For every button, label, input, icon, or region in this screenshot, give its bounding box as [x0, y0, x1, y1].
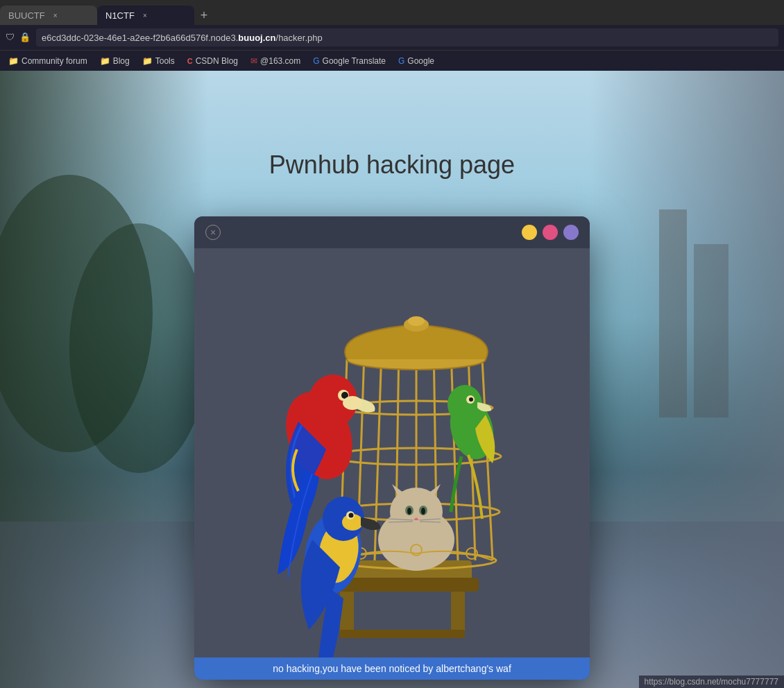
bookmark-label: Community forum	[22, 56, 87, 66]
lock-icon: 🔒	[19, 32, 31, 43]
svg-rect-7	[694, 244, 728, 418]
google-icon: G	[398, 56, 404, 66]
bookmark-google-translate[interactable]: G Google Translate	[307, 55, 391, 67]
tab-close-n1ctf[interactable]: ×	[140, 10, 150, 20]
svg-point-56	[349, 513, 354, 518]
svg-rect-8	[194, 248, 590, 657]
page-title: Pwnhub hacking page	[269, 150, 515, 180]
bookmark-label: Google Translate	[323, 56, 386, 66]
modal-window: ×	[194, 216, 590, 680]
bookmark-blog[interactable]: 📁 Blog	[94, 55, 135, 67]
window-control-yellow[interactable]	[522, 225, 537, 240]
folder-icon: 📁	[8, 56, 19, 66]
url-input[interactable]: e6cd3ddc-023e-46e1-a2ee-f2b6a66d576f.nod…	[36, 28, 778, 46]
security-icons: 🛡 🔒	[6, 32, 31, 43]
modal-window-controls	[522, 225, 579, 240]
bookmark-label: Blog	[113, 56, 130, 66]
svg-point-50	[343, 396, 362, 410]
mail-icon: ✉	[250, 56, 257, 66]
folder-icon: 📁	[100, 56, 110, 66]
svg-point-29	[408, 316, 425, 326]
tab-n1ctf[interactable]: N1CTF ×	[97, 6, 194, 25]
bookmark-label: @163.com	[260, 56, 300, 66]
svg-point-37	[421, 508, 425, 515]
bookmark-label: CSDN Blog	[196, 56, 238, 66]
modal-header: ×	[194, 216, 590, 248]
address-bar: 🛡 🔒 e6cd3ddc-023e-46e1-a2ee-f2b6a66d576f…	[0, 25, 784, 50]
page-content: Pwnhub hacking page ×	[0, 71, 784, 688]
svg-point-5	[69, 223, 208, 473]
url-suffix: /hacker.php	[276, 33, 323, 43]
svg-point-36	[407, 508, 411, 515]
svg-rect-6	[659, 209, 687, 418]
browser-chrome: BUUCTF × N1CTF × + 🛡 🔒 e6cd3ddc-023e-46e…	[0, 0, 784, 71]
shield-icon: 🛡	[6, 32, 17, 43]
status-bar: https://blog.csdn.net/mochu7777777	[639, 676, 784, 688]
tab-label: N1CTF	[105, 10, 135, 21]
tab-close-buuctf[interactable]: ×	[51, 10, 60, 20]
bookmark-tools[interactable]: 📁 Tools	[137, 55, 180, 67]
svg-rect-13	[340, 630, 465, 638]
svg-point-58	[448, 385, 482, 424]
bookmark-google[interactable]: G Google	[393, 55, 440, 67]
url-domain: buuoj.cn	[238, 33, 275, 43]
tab-label: BUUCTF	[8, 10, 45, 21]
csdn-icon: C	[187, 57, 193, 65]
url-prefix: e6cd3ddc-023e-46e1-a2ee-f2b6a66d576f.nod…	[42, 33, 238, 43]
bookmark-163mail[interactable]: ✉ @163.com	[245, 55, 306, 67]
modal-close-button[interactable]: ×	[205, 225, 221, 240]
window-control-purple[interactable]	[563, 225, 579, 240]
modal-image-area	[194, 248, 590, 657]
folder-icon: 📁	[142, 56, 153, 66]
modal-bottom-text: no hacking,you have been noticed by albe…	[194, 657, 590, 680]
title-bar: BUUCTF × N1CTF × +	[0, 0, 784, 25]
tab-buuctf[interactable]: BUUCTF ×	[0, 6, 97, 25]
window-control-pink[interactable]	[543, 225, 558, 240]
svg-rect-12	[451, 592, 465, 633]
translate-icon: G	[313, 56, 319, 66]
bookmarks-bar: 📁 Community forum 📁 Blog 📁 Tools C CSDN …	[0, 50, 784, 71]
new-tab-button[interactable]: +	[194, 6, 214, 25]
bookmark-community-forum[interactable]: 📁 Community forum	[3, 55, 93, 67]
svg-point-60	[469, 397, 473, 402]
bookmark-label: Google	[407, 56, 434, 66]
bookmark-csdn[interactable]: C CSDN Blog	[182, 55, 244, 67]
bookmark-label: Tools	[155, 56, 175, 66]
